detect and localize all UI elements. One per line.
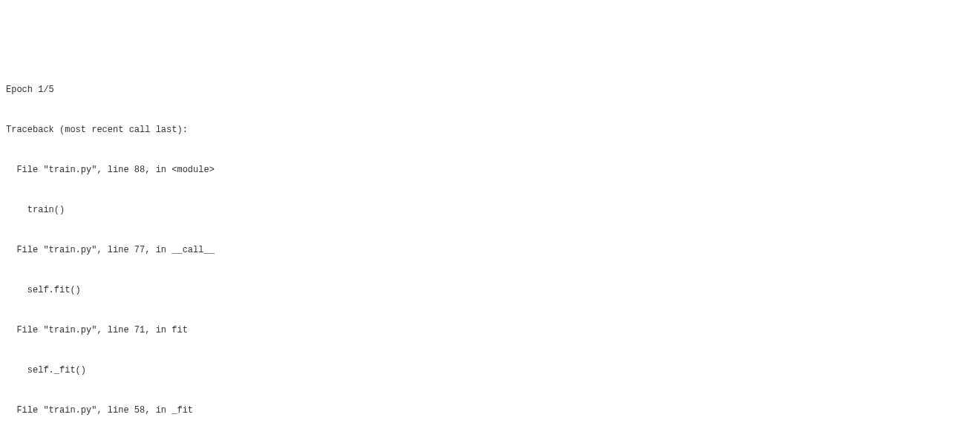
console-line: File "train.py", line 71, in fit xyxy=(6,324,974,337)
console-line: train() xyxy=(6,203,974,217)
console-line: Traceback (most recent call last): xyxy=(6,123,974,137)
console-output: Epoch 1/5 Traceback (most recent call la… xyxy=(6,56,974,423)
console-line: Epoch 1/5 xyxy=(6,83,974,96)
console-line: File "train.py", line 88, in <module> xyxy=(6,163,974,177)
console-line: File "train.py", line 77, in __call__ xyxy=(6,243,974,257)
console-line: File "train.py", line 58, in _fit xyxy=(6,404,974,417)
console-line: self._fit() xyxy=(6,364,974,377)
console-line: self.fit() xyxy=(6,283,974,297)
